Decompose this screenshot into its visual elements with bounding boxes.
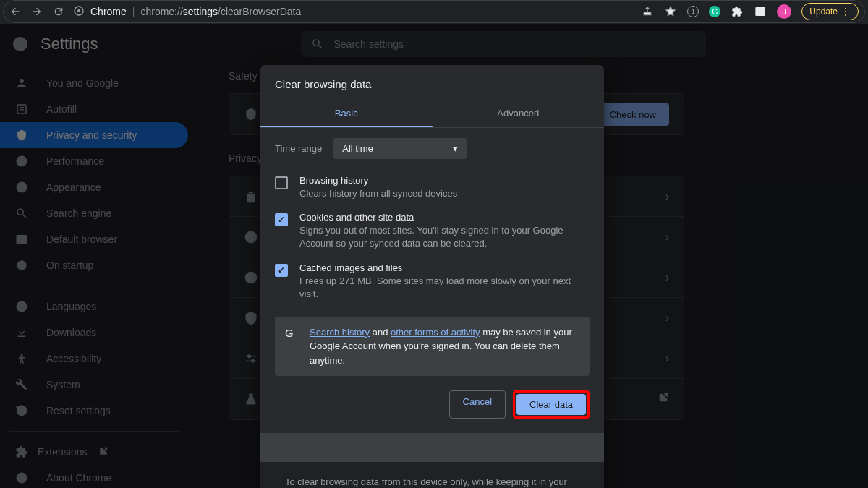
clear-browsing-data-dialog: Clear browsing data Basic Advanced Time … [260, 65, 604, 488]
browser-toolbar: Chrome | chrome://settings/clearBrowserD… [3, 0, 865, 23]
profile-avatar[interactable]: J [777, 4, 791, 19]
search-history-link[interactable]: Search history [310, 327, 370, 338]
update-button[interactable]: Update⋮ [801, 3, 859, 20]
panel-icon[interactable] [754, 5, 767, 18]
url-app: Chrome [90, 6, 127, 17]
bookmark-star-icon[interactable] [664, 5, 677, 18]
highlight-annotation: Clear data [513, 390, 590, 419]
checkbox-icon[interactable] [275, 176, 288, 189]
back-icon[interactable] [9, 6, 21, 17]
other-activity-link[interactable]: other forms of activity [391, 327, 480, 338]
extensions-puzzle-icon[interactable] [731, 5, 744, 18]
share-icon[interactable] [641, 5, 654, 18]
info-notice: G Search history and other forms of acti… [275, 317, 590, 377]
reload-icon[interactable] [53, 6, 64, 17]
clear-data-button[interactable]: Clear data [516, 394, 586, 415]
svg-rect-2 [756, 8, 765, 16]
cancel-button[interactable]: Cancel [449, 390, 506, 419]
google-g-icon: G [285, 325, 299, 368]
forward-icon[interactable] [31, 6, 43, 17]
tab-basic[interactable]: Basic [260, 100, 433, 127]
checkbox-browsing-history[interactable]: Browsing history Clears history from all… [260, 169, 604, 206]
extension-badge-icon[interactable]: 1 [687, 6, 699, 17]
checkbox-cached[interactable]: Cached images and files Frees up 271 MB.… [260, 257, 604, 307]
svg-point-1 [77, 9, 80, 12]
grammarly-icon[interactable]: G [709, 6, 720, 17]
time-range-label: Time range [275, 143, 322, 154]
address-bar[interactable]: Chrome | chrome://settings/clearBrowserD… [73, 5, 632, 19]
chrome-icon [73, 5, 85, 19]
dialog-title: Clear browsing data [260, 65, 604, 100]
dialog-footer: To clear browsing data from this device … [260, 462, 604, 488]
time-range-dropdown[interactable]: All time ▾ [333, 138, 467, 159]
checkbox-icon[interactable] [275, 264, 288, 277]
tab-advanced[interactable]: Advanced [433, 100, 605, 127]
checkbox-cookies[interactable]: Cookies and other site data Signs you ou… [260, 206, 604, 256]
checkbox-icon[interactable] [275, 213, 288, 226]
caret-down-icon: ▾ [453, 143, 458, 154]
